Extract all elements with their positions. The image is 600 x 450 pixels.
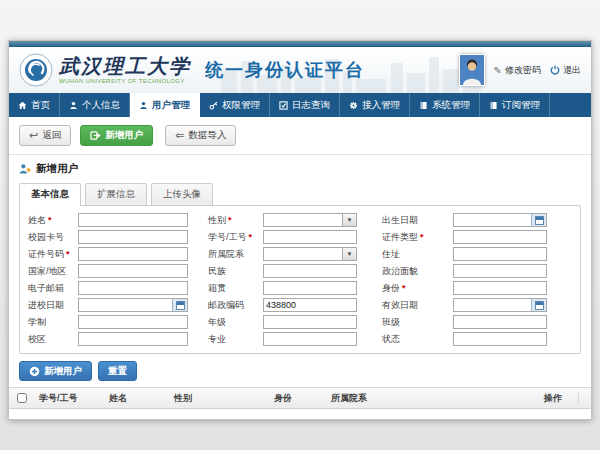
ethnicity-input[interactable] [264,265,356,277]
department-field[interactable]: ▼ [263,247,357,261]
header: 武汉理工大学 WUHAN UNIVERSITY OF TECHNOLOGY 统一… [9,47,591,93]
email-input[interactable] [79,282,187,294]
change-password-link[interactable]: ✎ 修改密码 [494,64,541,77]
email-field[interactable] [78,281,188,295]
select-all-checkbox[interactable] [17,393,27,403]
calendar-icon[interactable] [531,214,546,226]
nav-tab-users[interactable]: 用户管理 [130,93,200,117]
id-type-label: 证件类型* [380,231,453,244]
data-import-button[interactable]: ⇐ 数据导入 [165,125,236,146]
entry-date-input[interactable] [79,299,172,311]
column-header: 操作 [540,392,578,405]
country-region-input[interactable] [79,265,187,277]
column-header: 姓名 [105,392,170,405]
native-place-field[interactable] [263,281,357,295]
identity-field[interactable] [453,281,547,295]
postal-code-field[interactable] [263,298,357,312]
identity-label: 身份* [380,282,453,295]
id-number-label-text: 证件号码 [28,248,64,261]
email-label-text: 电子邮箱 [28,282,64,295]
toolbar: ↩ 返回 新增用户 ⇐ 数据导入 [9,117,591,155]
major-label-text: 专业 [208,333,226,346]
political-status-input[interactable] [454,265,546,277]
dropdown-arrow-icon[interactable]: ▼ [342,214,356,226]
nav-tab-logs[interactable]: 日志查询 [270,93,340,117]
nav-tab-profile[interactable]: 个人信息 [60,93,130,117]
nav-tab-label: 日志查询 [292,99,330,112]
grade-input[interactable] [264,316,356,328]
id-number-field[interactable] [78,247,188,261]
back-button[interactable]: ↩ 返回 [19,125,71,146]
campus-card-no-input[interactable] [79,231,187,243]
campus-input[interactable] [79,333,187,345]
submit-add-user-button[interactable]: 新增用户 [19,361,92,381]
ethnicity-label-text: 民族 [208,265,226,278]
department-input[interactable] [264,248,342,260]
id-type-field[interactable] [453,230,547,244]
address-input[interactable] [454,248,546,260]
student-id-field[interactable] [263,230,357,244]
valid-date-input[interactable] [454,299,531,311]
nav-tab-system[interactable]: 系统管理 [410,93,480,117]
postal-code-label-text: 邮政编码 [208,299,244,312]
education-length-input[interactable] [79,316,187,328]
column-header: 学号/工号 [35,392,105,405]
user-avatar[interactable] [459,54,485,86]
calendar-icon[interactable] [531,299,546,311]
gender-field[interactable]: ▼ [263,213,357,227]
status-label-text: 状态 [382,333,400,346]
class-field[interactable] [453,315,547,329]
grade-field[interactable] [263,315,357,329]
major-input[interactable] [264,333,356,345]
column-header: 身份 [270,392,327,405]
identity-input[interactable] [454,282,546,294]
add-user-toolbar-button[interactable]: 新增用户 [80,125,153,146]
entry-date-field[interactable] [78,298,188,312]
university-name-zh: 武汉理工大学 [59,56,191,76]
id-number-input[interactable] [79,248,187,260]
student-id-input[interactable] [264,231,356,243]
address-field[interactable] [453,247,547,261]
dropdown-arrow-icon[interactable]: ▼ [342,248,356,260]
form-actions: 新增用户 重置 [19,361,581,381]
entry-date-label-text: 进校日期 [28,299,64,312]
postal-code-label: 邮政编码 [206,299,263,312]
id-type-input[interactable] [454,231,546,243]
birth-date-field[interactable] [453,213,547,227]
name-field[interactable] [78,213,188,227]
data-import-label: 数据导入 [188,129,226,142]
birth-date-input[interactable] [454,214,531,226]
user-area: ✎ 修改密码 退出 [459,54,581,86]
tab-extended-info[interactable]: 扩展信息 [85,183,147,205]
birth-date-label-text: 出生日期 [382,214,418,227]
valid-date-field[interactable] [453,298,547,312]
reset-button[interactable]: 重置 [98,361,137,381]
nav-tab-access[interactable]: 接入管理 [340,93,410,117]
major-field[interactable] [263,332,357,346]
student-id-label-text: 学号/工号 [208,231,247,244]
submit-add-user-label: 新增用户 [44,365,82,378]
country-region-field[interactable] [78,264,188,278]
ethnicity-field[interactable] [263,264,357,278]
gender-input[interactable] [264,214,342,226]
campus-card-no-field[interactable] [78,230,188,244]
political-status-field[interactable] [453,264,547,278]
address-label: 住址 [380,248,453,261]
education-length-field[interactable] [78,315,188,329]
nav-tab-subscription[interactable]: 订阅管理 [480,93,550,117]
required-mark: * [402,283,406,293]
native-place-input[interactable] [264,282,356,294]
gender-label-text: 性别 [208,214,226,227]
campus-field[interactable] [78,332,188,346]
name-input[interactable] [79,214,187,226]
tab-basic-info[interactable]: 基本信息 [19,183,81,206]
status-input[interactable] [454,333,546,345]
nav-tab-home[interactable]: 首页 [9,93,60,117]
tab-upload-avatar[interactable]: 上传头像 [151,183,213,205]
status-field[interactable] [453,332,547,346]
class-input[interactable] [454,316,546,328]
postal-code-input[interactable] [264,299,356,311]
logout-link[interactable]: 退出 [550,64,581,77]
nav-tab-permissions[interactable]: 权限管理 [200,93,270,117]
calendar-icon[interactable] [172,299,187,311]
